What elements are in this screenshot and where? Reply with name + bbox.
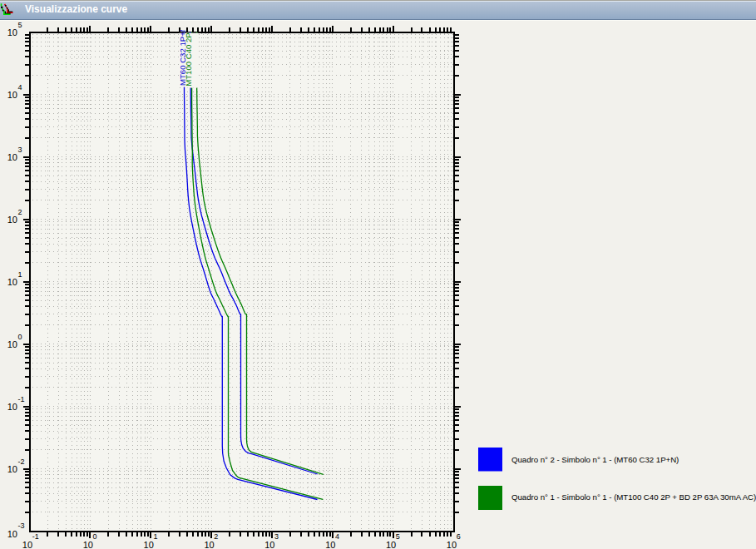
svg-text:4: 4 <box>18 83 22 92</box>
svg-text:2: 2 <box>18 208 22 216</box>
svg-text:10: 10 <box>7 339 17 349</box>
svg-text:10: 10 <box>7 152 17 162</box>
svg-text:10: 10 <box>7 90 17 100</box>
svg-text:10: 10 <box>22 540 32 549</box>
svg-text:-1: -1 <box>18 395 25 403</box>
svg-text:10: 10 <box>386 540 396 549</box>
svg-text:Quadro n° 1 - Simbolo n° 1 - (: Quadro n° 1 - Simbolo n° 1 - (MT100 C40 … <box>511 492 756 502</box>
svg-text:10: 10 <box>7 27 17 37</box>
svg-text:-1: -1 <box>32 532 39 541</box>
svg-text:0: 0 <box>18 333 22 341</box>
svg-text:10: 10 <box>447 540 457 549</box>
svg-text:10: 10 <box>144 540 154 549</box>
svg-text:3: 3 <box>274 532 279 541</box>
svg-text:0: 0 <box>93 532 97 541</box>
svg-text:5: 5 <box>396 532 400 541</box>
svg-text:10: 10 <box>7 464 17 474</box>
svg-text:6: 6 <box>457 532 461 541</box>
svg-text:-2: -2 <box>18 458 25 466</box>
svg-text:10: 10 <box>325 540 335 549</box>
svg-text:5: 5 <box>18 21 22 29</box>
svg-text:10: 10 <box>204 540 214 549</box>
svg-text:1: 1 <box>18 270 22 279</box>
svg-text:2: 2 <box>214 532 218 541</box>
svg-text:4: 4 <box>335 532 339 541</box>
svg-text:-3: -3 <box>18 522 25 530</box>
svg-text:Quadro n° 2 - Simbolo n° 1 - (: Quadro n° 2 - Simbolo n° 1 - (MT60 C32 1… <box>511 455 679 464</box>
svg-text:10: 10 <box>7 215 17 225</box>
svg-text:10: 10 <box>7 402 17 412</box>
svg-text:10: 10 <box>7 529 17 539</box>
svg-text:10: 10 <box>264 540 274 549</box>
svg-text:10: 10 <box>7 277 17 287</box>
svg-text:MT100 C40 2P + BD: MT100 C40 2P + BD <box>184 12 193 87</box>
svg-text:10: 10 <box>83 540 93 549</box>
svg-text:3: 3 <box>18 146 22 154</box>
svg-text:1: 1 <box>153 532 157 541</box>
